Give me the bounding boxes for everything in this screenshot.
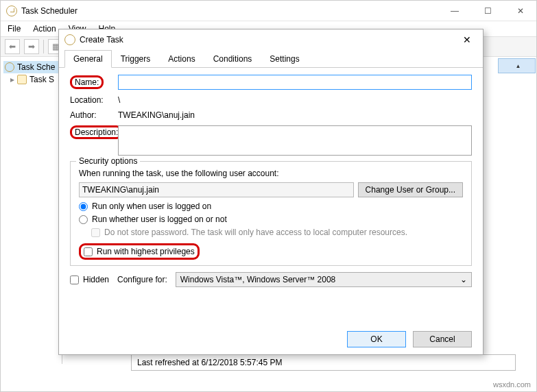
separator — [43, 40, 44, 53]
ok-button[interactable]: OK — [347, 331, 406, 347]
hidden-checkbox[interactable] — [70, 275, 79, 284]
radio-logged-on[interactable]: Run only when user is logged on — [79, 201, 463, 211]
tab-general[interactable]: General — [64, 50, 112, 68]
radio-logged-on-input[interactable] — [79, 202, 88, 211]
watermark: wsxdn.com — [493, 380, 531, 389]
security-options-group: Security options When running the task, … — [70, 161, 472, 266]
author-value: TWEAKING\anuj.jain — [118, 110, 195, 120]
description-highlight: Description: — [70, 125, 123, 139]
highest-privileges-highlight: Run with highest privileges — [79, 243, 200, 260]
description-label: Description: — [70, 125, 118, 139]
dialog-icon — [64, 34, 75, 45]
location-value: \ — [118, 95, 120, 105]
menu-action[interactable]: Action — [33, 24, 56, 34]
window-controls: — ☐ ✕ — [444, 6, 531, 16]
change-user-button[interactable]: Change User or Group... — [358, 182, 463, 197]
create-task-dialog: Create Task ✕ General Triggers Actions C… — [58, 29, 484, 355]
description-input[interactable] — [118, 125, 472, 156]
tree-library[interactable]: ▸ Task S — [3, 73, 59, 86]
menu-file[interactable]: File — [8, 24, 21, 34]
maximize-button[interactable]: ☐ — [477, 6, 498, 16]
highest-privileges-checkbox[interactable] — [84, 247, 93, 256]
minimize-button[interactable]: — — [444, 6, 465, 16]
hidden-label: Hidden — [83, 275, 109, 284]
name-highlight: Name: — [70, 75, 104, 89]
configure-for-value: Windows Vista™, Windows Server™ 2008 — [180, 275, 336, 284]
tab-settings[interactable]: Settings — [261, 50, 308, 68]
back-button[interactable]: ⬅ — [5, 39, 20, 54]
forward-button[interactable]: ➡ — [24, 39, 39, 54]
tree-root-label: Task Sche — [17, 62, 55, 72]
status-bar: Last refreshed at 6/12/2018 5:57:45 PM — [131, 354, 516, 371]
no-store-label: Do not store password. The task will onl… — [104, 228, 407, 237]
status-text: Last refreshed at 6/12/2018 5:57:45 PM — [137, 358, 282, 367]
highest-privileges[interactable]: Run with highest privileges — [84, 247, 195, 256]
titlebar: Task Scheduler — ☐ ✕ — [1, 1, 536, 21]
scheduler-icon — [5, 62, 14, 72]
highest-privileges-label: Run with highest privileges — [97, 247, 195, 256]
security-prompt: When running the task, use the following… — [79, 169, 463, 178]
dialog-titlebar: Create Task ✕ — [59, 29, 483, 50]
close-button[interactable]: ✕ — [510, 6, 531, 16]
window-title: Task Scheduler — [21, 6, 444, 16]
radio-whether-input[interactable] — [79, 215, 88, 224]
chevron-down-icon: ⌄ — [460, 275, 467, 284]
dialog-tabs: General Triggers Actions Conditions Sett… — [59, 50, 483, 68]
expand-icon[interactable]: ▸ — [10, 75, 14, 84]
hidden-option[interactable]: Hidden — [70, 275, 109, 284]
task-scheduler-icon — [6, 5, 17, 16]
cancel-button[interactable]: Cancel — [413, 331, 472, 347]
tab-conditions[interactable]: Conditions — [204, 50, 261, 68]
location-label: Location: — [70, 95, 118, 105]
configure-for-select[interactable]: Windows Vista™, Windows Server™ 2008 ⌄ — [176, 272, 472, 287]
radio-whether-label: Run whether user is logged on or not — [92, 215, 227, 224]
no-store-checkbox — [91, 228, 100, 237]
name-label: Name: — [70, 75, 118, 89]
tab-actions[interactable]: Actions — [159, 50, 204, 68]
dialog-buttons: OK Cancel — [59, 324, 483, 354]
tree-root[interactable]: Task Sche — [3, 61, 59, 73]
configure-for-label: Configure for: — [117, 275, 167, 284]
tab-body: Name: Location: \ Author: TWEAKING\anuj.… — [59, 68, 483, 324]
account-field — [79, 182, 354, 197]
author-label: Author: — [70, 110, 118, 120]
tree-panel: Task Sche ▸ Task S — [1, 58, 62, 364]
security-legend: Security options — [76, 156, 140, 166]
library-icon — [17, 75, 27, 84]
tab-triggers[interactable]: Triggers — [112, 50, 160, 68]
radio-whether[interactable]: Run whether user is logged on or not — [79, 215, 463, 224]
name-input[interactable] — [118, 75, 472, 90]
dialog-title: Create Task — [80, 35, 457, 45]
radio-logged-on-label: Run only when user is logged on — [92, 201, 211, 211]
dialog-close-button[interactable]: ✕ — [457, 34, 477, 45]
tree-library-label: Task S — [29, 75, 54, 84]
no-store-password: Do not store password. The task will onl… — [79, 228, 463, 237]
actions-pane-header[interactable] — [498, 58, 536, 73]
